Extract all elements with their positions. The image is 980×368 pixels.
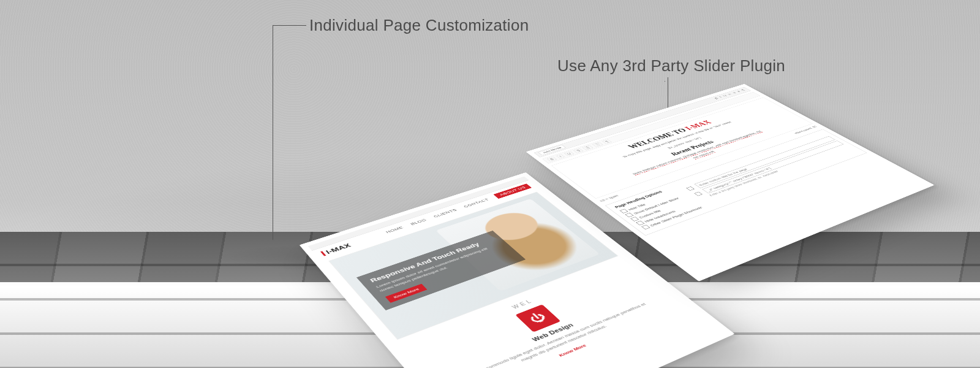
hero-text: Lorem ipsum dolor sit amet consectetur a…: [375, 243, 503, 293]
checkbox-icon[interactable]: [686, 186, 695, 191]
callout-left: Individual Page Customization: [309, 16, 529, 35]
tb-btn[interactable]: ¶: [602, 139, 612, 144]
options-col-checkboxes: Hide Title Show Default I-Max Slider Cus…: [620, 190, 704, 229]
promo-scene: Individual Page Customization Use Any 3r…: [0, 0, 980, 368]
tb-btn[interactable]: B: [546, 156, 557, 161]
callout-right-leader-gap: [665, 81, 665, 82]
checkbox-icon[interactable]: [694, 192, 703, 196]
nav-home[interactable]: HOME: [385, 226, 404, 234]
tb-btn[interactable]: ☷: [592, 142, 603, 147]
callout-left-leader-h: [273, 25, 306, 26]
callout-left-text: Individual Page Customization: [309, 16, 529, 34]
logo-bar-icon: [320, 251, 326, 256]
tb-btn[interactable]: S: [573, 148, 584, 153]
nav-clients[interactable]: CLIENTS: [432, 208, 458, 218]
checkbox-icon[interactable]: [620, 209, 628, 213]
callout-right-text: Use Any 3rd Party Slider Plugin: [557, 56, 785, 75]
hero-title: Responsive And Touch Ready: [369, 237, 494, 283]
nav-blog[interactable]: BLOG: [410, 218, 428, 226]
checkbox-icon[interactable]: [641, 224, 650, 229]
callout-right: Use Any 3rd Party Slider Plugin: [557, 56, 785, 75]
checkbox-icon[interactable]: [636, 221, 644, 226]
tb-btn[interactable]: U: [564, 151, 574, 156]
tb-btn[interactable]: ☰: [582, 145, 594, 150]
logo-suffix: MAX: [330, 242, 352, 253]
checkbox-icon[interactable]: [625, 213, 633, 217]
callout-left-leader-v: [273, 25, 273, 240]
checkbox-icon[interactable]: [630, 217, 639, 221]
tb-btn[interactable]: I: [556, 154, 565, 158]
